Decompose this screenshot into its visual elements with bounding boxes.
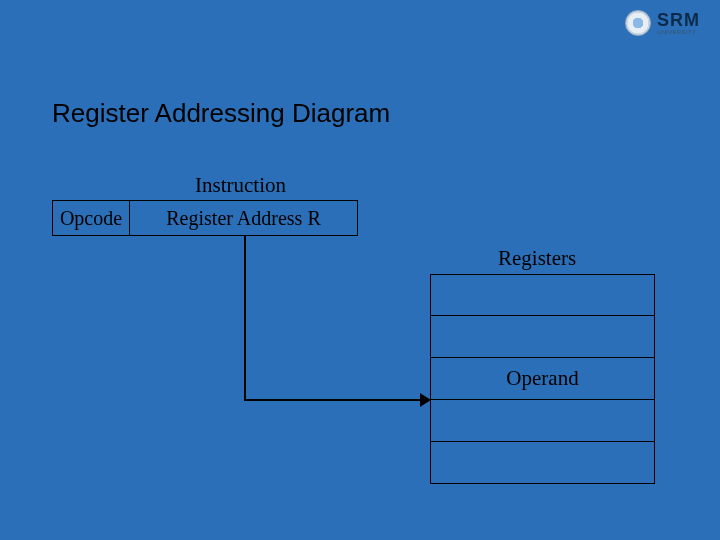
logo: SRM UNIVERSITY — [625, 10, 700, 36]
register-row-operand: Operand — [430, 358, 655, 400]
register-row — [430, 400, 655, 442]
register-address-cell: Register Address R — [130, 200, 358, 236]
register-file: Operand — [430, 274, 655, 484]
logo-text: SRM UNIVERSITY — [657, 11, 700, 35]
register-row — [430, 442, 655, 484]
opcode-cell: Opcode — [52, 200, 130, 236]
logo-main: SRM — [657, 11, 700, 29]
arrow-right-icon — [420, 393, 431, 407]
connector-vertical — [244, 236, 246, 400]
seal-icon — [625, 10, 651, 36]
logo-sub: UNIVERSITY — [657, 29, 700, 35]
register-row — [430, 316, 655, 358]
instruction-box: Opcode Register Address R — [52, 200, 358, 236]
page-title: Register Addressing Diagram — [52, 98, 390, 129]
connector-horizontal — [244, 399, 422, 401]
registers-label: Registers — [498, 246, 576, 271]
register-row — [430, 274, 655, 316]
instruction-label: Instruction — [195, 173, 286, 198]
